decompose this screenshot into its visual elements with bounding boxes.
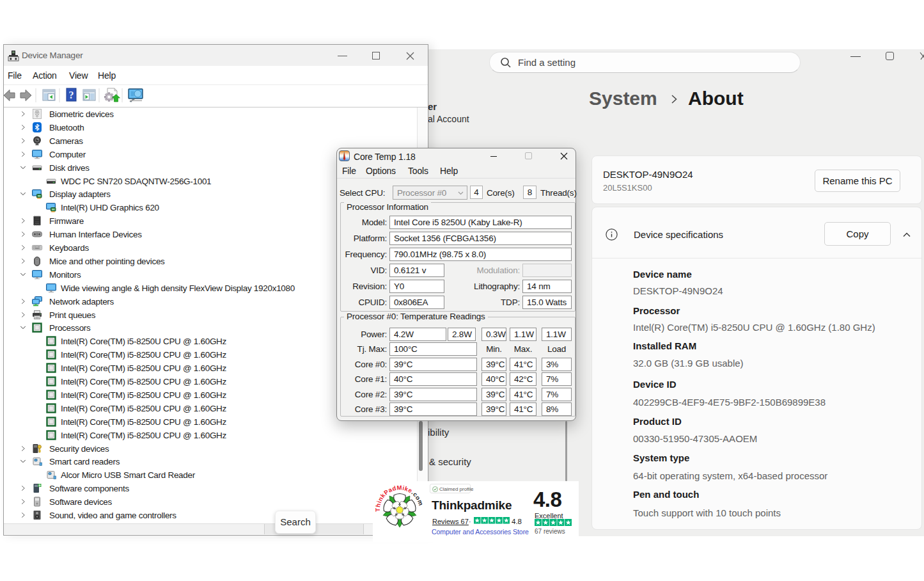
svg-text:?: ?	[69, 90, 74, 100]
